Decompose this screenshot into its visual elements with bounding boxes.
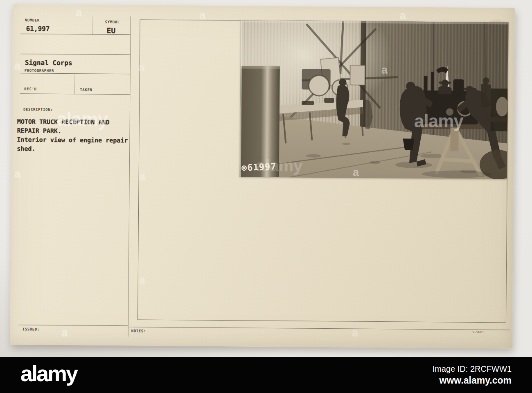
image-credit-block: Image ID: 2RCFWW1 www.alamy.com: [433, 364, 512, 386]
photograph: alamy ⊗61997: [240, 20, 508, 179]
image-id: Image ID: 2RCFWW1: [433, 364, 512, 374]
alamy-logo: alamy: [20, 362, 77, 384]
rule-above-photographer: [20, 54, 130, 55]
repair-shed-scene: [240, 20, 508, 179]
stock-photo-page: NUMBER 61,997 SYMBOL EU Signal Corps PHO…: [0, 0, 532, 393]
print-code: 3—5605: [472, 330, 485, 334]
recd-label: REC'D: [24, 87, 36, 91]
divider-main-column: [128, 16, 131, 337]
description-line: MOTOR TRUCK RECEPTION AND: [17, 118, 128, 128]
divider-number-symbol: [92, 16, 93, 35]
photographer-value: Signal Corps: [25, 59, 72, 67]
number-label: NUMBER: [25, 18, 40, 22]
symbol-value: EU: [106, 26, 115, 35]
description-line: REPAIR PARK.: [17, 127, 128, 137]
divider-recd-taken: [74, 74, 75, 94]
issued-label: ISSUED:: [23, 327, 40, 331]
notes-label: NOTES:: [131, 329, 146, 333]
rule-above-issued: [18, 325, 128, 326]
alamy-url: www.alamy.com: [440, 375, 512, 386]
description-text: MOTOR TRUCK RECEPTION AND REPAIR PARK. I…: [17, 118, 128, 155]
photo-stamp: ⊗61997: [241, 161, 277, 173]
description-line: shed.: [17, 145, 128, 155]
alamy-watermark-bar: alamy Image ID: 2RCFWW1 www.alamy.com: [0, 357, 532, 393]
number-value: 61,997: [26, 25, 50, 32]
symbol-label: SYMBOL: [105, 20, 120, 24]
description-line: Interior view of engine repair: [17, 136, 128, 146]
taken-label: TAKEN: [80, 88, 92, 92]
rule-above-notes: [129, 327, 510, 330]
description-label: DESCRIPTION:: [23, 107, 53, 112]
photographer-label: PHOTOGRAPHER: [25, 68, 54, 73]
rule-under-recd: [20, 93, 130, 95]
photo-caption-card: NUMBER 61,997 SYMBOL EU Signal Corps PHO…: [10, 4, 514, 349]
